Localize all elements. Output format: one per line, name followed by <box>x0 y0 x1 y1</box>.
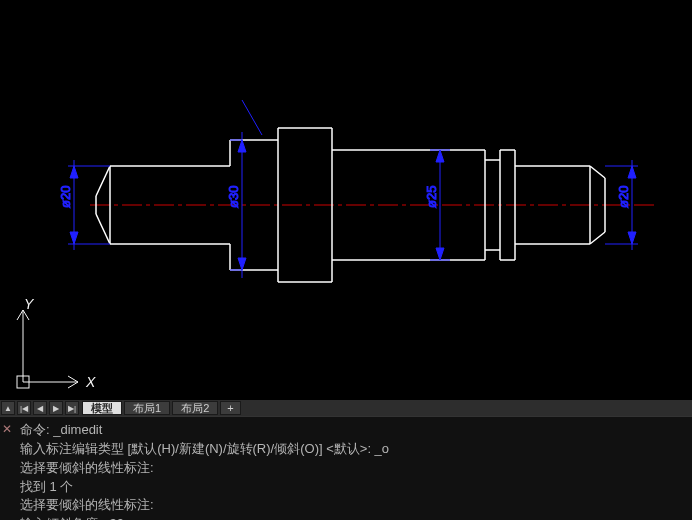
tab-last-button[interactable]: ▶| <box>65 401 79 415</box>
tab-prev-button[interactable]: ◀ <box>33 401 47 415</box>
cmd-line: 选择要倾斜的线性标注: <box>6 459 686 478</box>
cmd-line: 找到 1 个 <box>6 478 686 497</box>
svg-marker-33 <box>70 232 78 244</box>
drawing-viewport[interactable]: ø20 ø30 ø25 ø20 <box>0 0 692 400</box>
svg-marker-49 <box>628 232 636 244</box>
ucs-x-label: X <box>86 374 95 390</box>
svg-marker-48 <box>628 166 636 178</box>
command-panel[interactable]: ✕ 命令: _dimedit 输入标注编辑类型 [默认(H)/新建(N)/旋转(… <box>0 416 692 520</box>
layout-tab-bar: ▲ |◀ ◀ ▶ ▶| 模型 布局1 布局2 + <box>0 400 692 416</box>
cmd-line: 选择要倾斜的线性标注: <box>6 496 686 515</box>
tab-model[interactable]: 模型 <box>82 401 122 415</box>
svg-line-1 <box>96 166 110 196</box>
dim-d20-right: ø20 <box>616 186 631 208</box>
dim-d20-left: ø20 <box>58 186 73 208</box>
svg-line-25 <box>590 166 605 178</box>
tab-next-button[interactable]: ▶ <box>49 401 63 415</box>
cmd-line: 输入倾斜角度: -30 <box>6 515 686 520</box>
ucs-icon: Y X <box>8 292 98 392</box>
close-icon[interactable]: ✕ <box>2 421 12 438</box>
svg-marker-38 <box>238 140 246 152</box>
tab-layout2[interactable]: 布局2 <box>172 401 218 415</box>
dimensions-group: ø20 ø30 ø25 ø20 <box>58 100 638 278</box>
tab-menu-button[interactable]: ▲ <box>1 401 15 415</box>
ucs-y-label: Y <box>24 296 33 312</box>
tab-new-layout[interactable]: + <box>220 401 240 415</box>
svg-line-2 <box>96 214 110 244</box>
tab-layout1[interactable]: 布局1 <box>124 401 170 415</box>
cmd-line: 输入标注编辑类型 [默认(H)/新建(N)/旋转(R)/倾斜(O)] <默认>:… <box>6 440 686 459</box>
dim-d30: ø30 <box>226 186 241 208</box>
svg-marker-44 <box>436 248 444 260</box>
svg-marker-32 <box>70 166 78 178</box>
cmd-line: 命令: _dimedit <box>6 421 686 440</box>
tab-first-button[interactable]: |◀ <box>17 401 31 415</box>
svg-line-34 <box>242 100 262 135</box>
svg-line-26 <box>590 232 605 244</box>
dim-d25: ø25 <box>424 186 439 208</box>
svg-marker-43 <box>436 150 444 162</box>
svg-marker-39 <box>238 258 246 270</box>
